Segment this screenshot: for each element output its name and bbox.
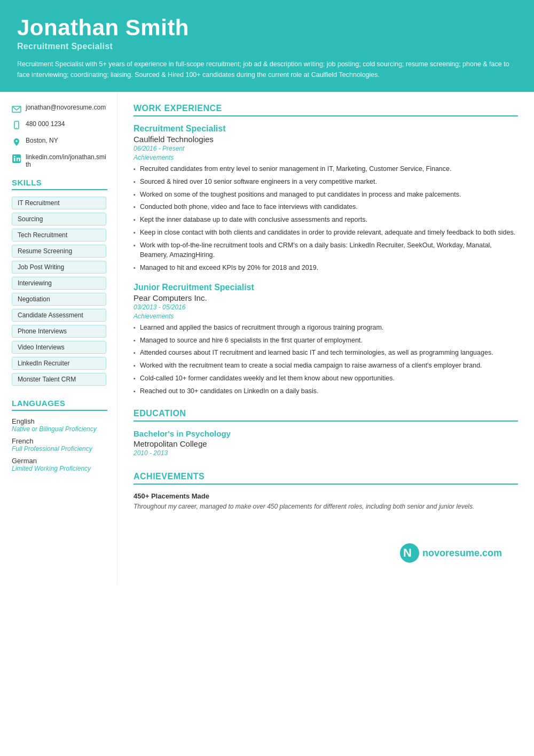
sidebar: jonathan@novoresume.com 480 000 1234 Bos… xyxy=(0,92,117,585)
languages-section-title: LANGUAGES xyxy=(12,399,107,411)
email-icon xyxy=(12,104,21,114)
job-2-dates: 03/2013 - 05/2016 xyxy=(134,303,518,311)
skill-monster-talent-crm: Monster Talent CRM xyxy=(12,373,106,386)
lang-english-level: Native or Bilingual Proficiency xyxy=(12,425,107,433)
language-french: French Full Professional Proficiency xyxy=(12,437,107,453)
svg-point-2 xyxy=(16,127,17,128)
svg-point-3 xyxy=(15,140,18,142)
job-2-company: Pear Computers Inc. xyxy=(134,293,518,302)
language-german: German Limited Working Proficiency xyxy=(12,457,107,472)
skill-video-interviews: Video Interviews xyxy=(12,341,106,354)
job-1-dates: 06/2016 - Present xyxy=(134,145,518,152)
bullet-item: Recruited candidates from entry level to… xyxy=(134,164,518,174)
job-2: Junior Recruitment Specialist Pear Compu… xyxy=(134,283,518,396)
edu-school: Metropolitan College xyxy=(134,439,518,448)
job-1-bullets: Recruited candidates from entry level to… xyxy=(134,164,518,273)
bullet-item: Cold-called 10+ former candidates weekly… xyxy=(134,373,518,384)
skill-resume-screening: Resume Screening xyxy=(12,245,106,258)
skill-job-post-writing: Job Post Writing xyxy=(12,261,106,274)
work-experience-title: WORK EXPERIENCE xyxy=(134,104,518,116)
bullet-item: Conducted both phone, video and face to … xyxy=(134,202,518,212)
svg-text:N: N xyxy=(403,546,412,559)
main-layout: jonathan@novoresume.com 480 000 1234 Bos… xyxy=(0,92,534,585)
bullet-item: Kept the inner database up to date with … xyxy=(134,215,518,225)
lang-german-level: Limited Working Proficiency xyxy=(12,465,107,472)
phone-icon xyxy=(12,121,21,130)
bullet-item: Managed to source and hire 6 specialists… xyxy=(134,336,518,346)
lang-german-name: German xyxy=(12,457,107,465)
skill-sourcing: Sourcing xyxy=(12,213,106,225)
lang-french-name: French xyxy=(12,437,107,445)
achievement-1-title: 450+ Placements Made xyxy=(134,492,518,500)
lang-french-level: Full Professional Proficiency xyxy=(12,445,107,453)
job-1: Recruitment Specialist Caulfield Technol… xyxy=(134,124,518,273)
bullet-item: Work with top-of-the-line recruitment to… xyxy=(134,240,518,261)
bullet-item: Reached out to 30+ candidates on LinkedI… xyxy=(134,386,518,396)
education-title: EDUCATION xyxy=(134,409,518,422)
job-2-bullets: Learned and applied the basics of recrui… xyxy=(134,323,518,396)
skill-phone-interviews: Phone Interviews xyxy=(12,325,106,338)
linkedin-value: linkedin.com/in/jonathan.smith xyxy=(26,153,107,168)
lang-english-name: English xyxy=(12,417,107,425)
contact-email: jonathan@novoresume.com xyxy=(12,104,107,114)
bullet-item: Learned and applied the basics of recrui… xyxy=(134,323,518,333)
achievement-1-desc: Throughout my career, managed to make ov… xyxy=(134,502,518,511)
novoresume-logo: N novoresume.com xyxy=(400,543,502,563)
job-1-title: Recruitment Specialist xyxy=(134,124,518,134)
location-icon xyxy=(12,137,21,147)
job-1-achievements-label: Achievements xyxy=(134,154,518,161)
skills-list: IT Recruitment Sourcing Tech Recruitment… xyxy=(12,197,107,389)
skill-candidate-assessment: Candidate Assessment xyxy=(12,309,106,322)
achievement-item-1: 450+ Placements Made Throughout my caree… xyxy=(134,492,518,511)
candidate-name: Jonathan Smith xyxy=(17,15,517,41)
candidate-title: Recruitment Specialist xyxy=(17,42,517,51)
bullet-item: Sourced & hired over 10 senior software … xyxy=(134,177,518,187)
resume-header: Jonathan Smith Recruitment Specialist Re… xyxy=(0,0,534,92)
novoresume-logo-icon: N xyxy=(400,543,419,563)
linkedin-icon xyxy=(12,154,21,163)
skill-negotiation: Negotiation xyxy=(12,293,106,306)
job-2-title: Junior Recruitment Specialist xyxy=(134,283,518,292)
email-value: jonathan@novoresume.com xyxy=(26,104,106,111)
skill-linkedin-recruiter: LinkedIn Recruiter xyxy=(12,357,106,370)
contact-phone: 480 000 1234 xyxy=(12,120,107,130)
edu-dates: 2010 - 2013 xyxy=(134,449,518,457)
svg-rect-5 xyxy=(14,158,15,161)
bullet-item: Worked with the recruitment team to crea… xyxy=(134,361,518,371)
skill-it-recruitment: IT Recruitment xyxy=(12,197,106,209)
location-value: Boston, NY xyxy=(26,137,58,144)
phone-value: 480 000 1234 xyxy=(26,120,65,128)
skills-section-title: SKILLS xyxy=(12,178,107,190)
edu-degree: Bachelor's in Psychology xyxy=(134,429,518,438)
bullet-item: Worked on some of the toughest positions… xyxy=(134,190,518,200)
job-1-company: Caulfield Technologies xyxy=(134,135,518,144)
contact-location: Boston, NY xyxy=(12,137,107,147)
skill-tech-recruitment: Tech Recruitment xyxy=(12,229,106,241)
language-english: English Native or Bilingual Proficiency xyxy=(12,417,107,433)
main-content: WORK EXPERIENCE Recruitment Specialist C… xyxy=(117,92,534,585)
header-summary: Recruitment Specialist with 5+ years of … xyxy=(17,59,517,80)
svg-point-6 xyxy=(14,155,15,157)
bullet-item: Keep in close contact with both clients … xyxy=(134,228,518,238)
contact-linkedin: linkedin.com/in/jonathan.smith xyxy=(12,153,107,168)
skill-interviewing: Interviewing xyxy=(12,277,106,290)
novoresume-logo-text: novoresume.com xyxy=(422,548,502,559)
achievements-title: ACHIEVEMENTS xyxy=(134,472,518,485)
footer-logo-area: N novoresume.com xyxy=(134,533,518,573)
bullet-item: Attended courses about IT recruitment an… xyxy=(134,348,518,358)
job-2-achievements-label: Achievements xyxy=(134,313,518,320)
education-item-1: Bachelor's in Psychology Metropolitan Co… xyxy=(134,429,518,457)
bullet-item: Managed to hit and exceed KPIs by 20% fo… xyxy=(134,263,518,273)
